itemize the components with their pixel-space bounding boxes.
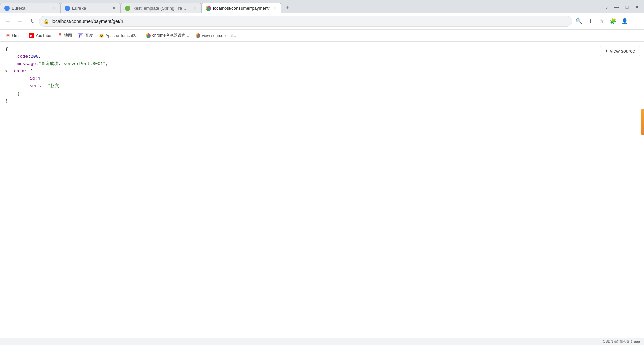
bookmark-view-source-label: view-source:local... <box>202 33 236 38</box>
more-button[interactable]: ⋮ <box>631 16 641 27</box>
lock-icon: 🔒 <box>43 19 49 24</box>
bookmark-gmail-label: Gmail <box>12 33 22 38</box>
tab-favicon-4 <box>206 6 211 11</box>
tab-label-2: Eureka <box>72 6 109 11</box>
bookmark-chrome-settings-label: chrome浏览器设声... <box>152 33 189 38</box>
baidu-icon: 百 <box>78 33 84 38</box>
extensions-button[interactable]: 🧩 <box>608 16 619 27</box>
json-serial-line: serial : "赵六" <box>5 82 639 90</box>
tab-eureka-1[interactable]: Eureka ✕ <box>0 3 60 13</box>
tab-favicon-3 <box>125 6 130 11</box>
bookmark-tomcat[interactable]: 🐱 Apache Tomcat®... <box>96 31 142 40</box>
tab-label-1: Eureka <box>12 6 49 11</box>
side-panel <box>641 109 644 135</box>
view-source-button[interactable]: + view source <box>600 46 640 56</box>
tabs-area: Eureka ✕ Eureka ✕ RestTemplate (Spring F… <box>0 0 600 13</box>
tomcat-icon: 🐱 <box>99 33 104 38</box>
json-id-line: id : 4 , <box>5 75 639 82</box>
address-bar[interactable]: 🔒 localhost/consumer/payment/get/4 <box>39 16 572 27</box>
main-content: { code : 200 , message : "查询成功, serverPo… <box>0 42 644 338</box>
json-viewer: { code : 200 , message : "查询成功, serverPo… <box>0 42 644 109</box>
tab-favicon-2 <box>65 6 70 11</box>
tab-label-3: RestTemplate (Spring Framew... <box>132 6 190 11</box>
bookmark-maps[interactable]: 📍 地图 <box>55 31 75 40</box>
tab-localhost-active[interactable]: localhost/consumer/payment/ ✕ <box>201 3 281 13</box>
json-message-value: "查询成功, serverPort:8001" <box>38 60 105 68</box>
collapse-tabs-button[interactable]: ⌄ <box>602 3 611 11</box>
view-source-plus-icon: + <box>605 48 608 54</box>
bookmark-chrome-settings[interactable]: chrome浏览器设声... <box>143 31 192 40</box>
gmail-icon: M <box>5 33 11 38</box>
bookmark-baidu[interactable]: 百 百度 <box>75 31 96 40</box>
title-bar: Eureka ✕ Eureka ✕ RestTemplate (Spring F… <box>0 0 644 13</box>
view-source-label: view source <box>610 48 635 54</box>
tab-close-4[interactable]: ✕ <box>272 6 277 11</box>
bookmark-button[interactable]: ☆ <box>596 16 607 27</box>
json-message-line: message : "查询成功, serverPort:8001" , <box>5 60 639 68</box>
toolbar: ← → ↻ 🔒 localhost/consumer/payment/get/4… <box>0 13 644 30</box>
tab-close-2[interactable]: ✕ <box>111 6 116 11</box>
tab-close-3[interactable]: ✕ <box>192 6 197 11</box>
json-data-close: } <box>5 90 639 98</box>
bookmark-tomcat-label: Apache Tomcat®... <box>106 33 140 38</box>
json-serial-value: "赵六" <box>48 82 62 90</box>
collapse-data-icon[interactable]: ▼ <box>5 69 7 74</box>
json-close-brace: } <box>5 98 639 105</box>
json-open-brace: { <box>5 46 639 53</box>
add-tab-button[interactable]: + <box>283 3 292 12</box>
search-button[interactable]: 🔍 <box>574 16 584 27</box>
chrome-settings-icon <box>146 33 151 38</box>
bookmark-baidu-label: 百度 <box>85 33 93 38</box>
bookmark-view-source[interactable]: view-source:local... <box>193 31 239 40</box>
maximize-button[interactable]: □ <box>623 3 631 11</box>
status-bar: CSDN @清风微读 aaa <box>0 338 644 345</box>
browser-window: Eureka ✕ Eureka ✕ RestTemplate (Spring F… <box>0 0 644 345</box>
json-data-line: ▼ data : { <box>5 68 639 75</box>
close-button[interactable]: ✕ <box>633 3 641 11</box>
toolbar-icons: 🔍 ⬆ ☆ 🧩 👤 ⋮ <box>574 16 641 27</box>
tab-close-1[interactable]: ✕ <box>51 6 56 11</box>
reload-button[interactable]: ↻ <box>27 16 38 27</box>
youtube-icon: ▶ <box>29 33 34 38</box>
tab-label-4: localhost/consumer/payment/ <box>213 6 270 11</box>
window-controls: ⌄ — □ ✕ <box>600 3 644 11</box>
minimize-button[interactable]: — <box>612 3 621 11</box>
tab-favicon-1 <box>4 6 10 11</box>
json-id-value: 4 <box>37 75 40 82</box>
bookmark-gmail[interactable]: M Gmail <box>3 31 25 40</box>
json-code-value: 200 <box>31 53 38 60</box>
profile-button[interactable]: 👤 <box>619 16 630 27</box>
address-text: localhost/consumer/payment/get/4 <box>52 19 568 24</box>
bookmark-youtube[interactable]: ▶ YouTube <box>26 31 54 40</box>
tab-resttemplate[interactable]: RestTemplate (Spring Framew... ✕ <box>121 3 201 13</box>
screenshot-button[interactable]: ⬆ <box>585 16 596 27</box>
maps-icon: 📍 <box>57 33 63 38</box>
json-code-line: code : 200 , <box>5 53 639 60</box>
bookmarks-bar: M Gmail ▶ YouTube 📍 地图 百 百度 🐱 Apache Tom… <box>0 30 644 42</box>
back-button[interactable]: ← <box>3 16 13 27</box>
status-text: CSDN @清风微读 aaa <box>603 339 640 344</box>
view-source-bookmark-icon <box>195 33 201 38</box>
forward-button[interactable]: → <box>15 16 25 27</box>
tab-eureka-2[interactable]: Eureka ✕ <box>60 3 121 13</box>
bookmark-maps-label: 地图 <box>64 33 72 38</box>
bookmark-youtube-label: YouTube <box>35 33 51 38</box>
